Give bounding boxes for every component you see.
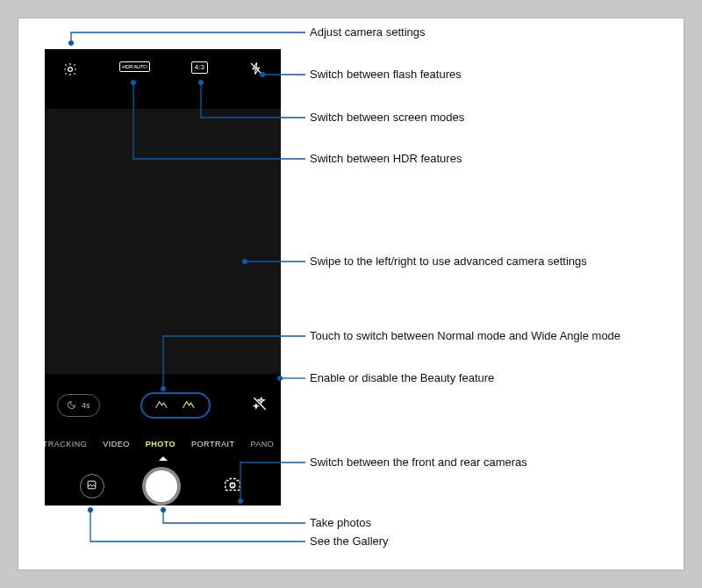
callout-switch-cam: Switch between the front and rear camera… <box>310 455 527 469</box>
gallery-icon <box>86 478 97 494</box>
svg-point-13 <box>161 507 166 513</box>
camera-top-bar: HDR AUTO 4:3 <box>45 49 281 109</box>
callout-wide-angle: Touch to switch between Normal mode and … <box>310 329 620 342</box>
callout-hdr: Switch between HDR features <box>310 152 462 165</box>
diagram-page: HDR AUTO 4:3 4s <box>18 18 684 570</box>
aspect-ratio-icon[interactable]: 4:3 <box>191 61 208 74</box>
camera-viewfinder[interactable] <box>45 109 281 374</box>
lens-mode-toggle[interactable] <box>140 392 211 419</box>
mode-portrait[interactable]: PORTRAIT <box>191 440 234 448</box>
flash-off-icon[interactable] <box>249 61 263 79</box>
mode-video[interactable]: VIDEO <box>103 440 130 448</box>
callout-screen-modes: Switch between screen modes <box>310 111 464 124</box>
callout-beauty: Enable or disable the Beauty feature <box>310 371 494 384</box>
beauty-toggle-icon[interactable] <box>251 395 269 416</box>
timer-label: 4s <box>82 401 90 410</box>
mode-pano[interactable]: PANO <box>250 440 274 448</box>
callout-swipe: Swipe to the left/right to use advanced … <box>310 255 587 268</box>
callout-take-photos: Take photos <box>310 516 371 529</box>
phone-screenshot: HDR AUTO 4:3 4s <box>45 49 281 506</box>
camera-modes-row[interactable]: TRACKING VIDEO PHOTO PORTRAIT PANO <box>45 434 281 455</box>
moon-icon <box>67 400 76 412</box>
wide-lens-icon <box>182 398 197 413</box>
normal-lens-icon <box>154 398 169 413</box>
gear-icon[interactable] <box>62 61 78 81</box>
camera-bottom-row <box>45 467 281 506</box>
hdr-icon[interactable]: HDR AUTO <box>119 61 150 72</box>
svg-point-5 <box>68 40 74 46</box>
callout-settings: Adjust camera settings <box>310 25 426 39</box>
lens-options-row: 4s <box>45 390 281 421</box>
shutter-button[interactable] <box>142 467 181 506</box>
mode-tracking[interactable]: TRACKING <box>45 440 87 448</box>
svg-rect-3 <box>88 481 96 489</box>
timer-pill[interactable]: 4s <box>57 394 100 417</box>
hdr-label: HDR AUTO <box>122 64 147 69</box>
svg-point-0 <box>68 68 73 72</box>
ratio-label: 4:3 <box>195 63 204 71</box>
switch-camera-icon <box>223 475 242 498</box>
mode-indicator-arrow-icon <box>159 456 168 461</box>
svg-point-14 <box>88 507 93 513</box>
switch-camera-button[interactable] <box>219 473 246 499</box>
gallery-button[interactable] <box>80 474 104 498</box>
mode-photo[interactable]: PHOTO <box>146 440 176 448</box>
callout-flash: Switch between flash features <box>310 68 462 81</box>
callout-gallery: See the Gallery <box>310 534 389 548</box>
